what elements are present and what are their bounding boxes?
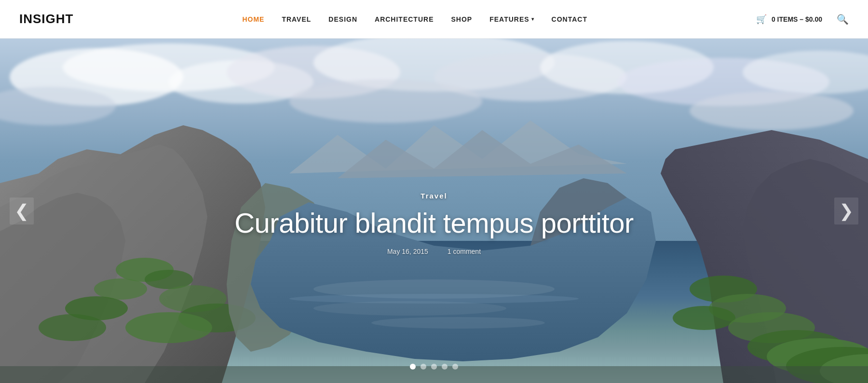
nav-travel[interactable]: TRAVEL bbox=[282, 15, 311, 23]
svg-point-24 bbox=[125, 312, 212, 343]
svg-point-11 bbox=[289, 79, 482, 123]
slider-dot-5[interactable] bbox=[452, 364, 458, 370]
slider-next-button[interactable]: ❯ bbox=[834, 198, 858, 225]
nav-features[interactable]: FEATURES ▾ bbox=[489, 15, 534, 23]
slider-prev-button[interactable]: ❮ bbox=[10, 198, 34, 225]
hero-content: Travel Curabitur blandit tempus porttito… bbox=[234, 192, 634, 256]
nav-design[interactable]: DESIGN bbox=[328, 15, 357, 23]
nav-shop[interactable]: SHOP bbox=[451, 15, 472, 23]
hero-comments: 1 comment bbox=[448, 248, 481, 255]
cart-label: 0 ITEMS – $0.00 bbox=[772, 15, 822, 23]
svg-point-12 bbox=[690, 92, 854, 130]
site-logo[interactable]: INSIGHT bbox=[19, 12, 73, 26]
slider-dots bbox=[410, 364, 458, 370]
cart-icon: 🛒 bbox=[756, 14, 767, 25]
hero-date: May 16, 2015 bbox=[387, 248, 428, 255]
site-header: INSIGHT HOME TRAVEL DESIGN ARCHITECTURE … bbox=[0, 0, 868, 39]
hero-title: Curabitur blandit tempus porttitor bbox=[234, 208, 634, 238]
slider-dot-3[interactable] bbox=[431, 364, 437, 370]
slider-dot-4[interactable] bbox=[442, 364, 448, 370]
slider-dot-1[interactable] bbox=[410, 364, 416, 370]
nav-home[interactable]: HOME bbox=[242, 15, 264, 23]
chevron-down-icon: ▾ bbox=[531, 16, 534, 22]
svg-point-41 bbox=[371, 317, 545, 329]
hero-slider: Travel Curabitur blandit tempus porttito… bbox=[0, 39, 868, 383]
nav-contact[interactable]: CONTACT bbox=[552, 15, 587, 23]
main-nav: HOME TRAVEL DESIGN ARCHITECTURE SHOP FEA… bbox=[242, 15, 587, 23]
svg-point-42 bbox=[289, 294, 579, 304]
svg-point-25 bbox=[39, 314, 106, 341]
hero-meta: May 16, 2015 1 comment bbox=[234, 248, 634, 255]
cart-button[interactable]: 🛒 0 ITEMS – $0.00 bbox=[756, 14, 822, 25]
hero-category: Travel bbox=[234, 192, 634, 200]
slider-dot-2[interactable] bbox=[420, 364, 426, 370]
nav-architecture[interactable]: ARCHITECTURE bbox=[375, 15, 434, 23]
search-icon[interactable]: 🔍 bbox=[837, 13, 849, 25]
svg-point-30 bbox=[673, 306, 735, 330]
